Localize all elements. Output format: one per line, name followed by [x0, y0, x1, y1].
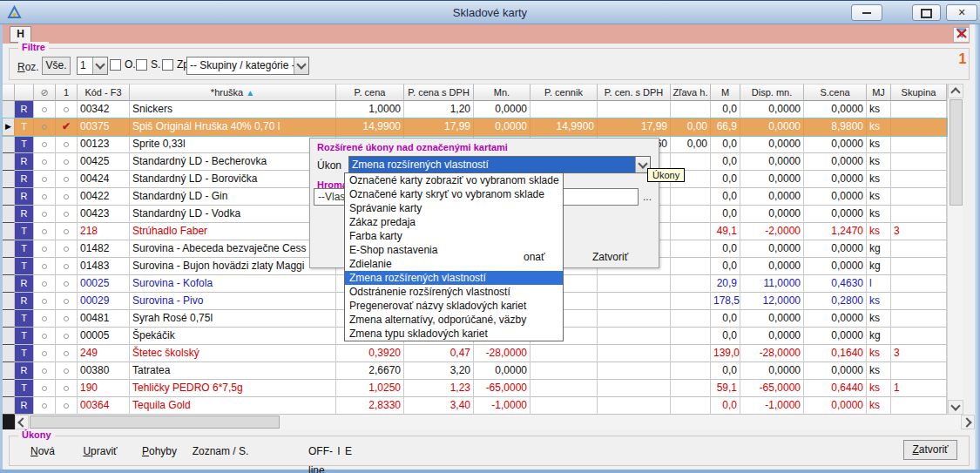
dropdown-item[interactable]: Označené karty skryť vo vybranom sklade [345, 187, 563, 201]
header-pcena[interactable]: P. cena [336, 84, 404, 101]
attachment-cell [34, 188, 56, 206]
action-button[interactable]: OFF-line [308, 442, 321, 461]
dropdown-item[interactable]: Zákaz predaja [345, 215, 563, 229]
dot-icon [64, 107, 69, 112]
cell-zlava [671, 328, 711, 345]
row-type-cell: T [15, 258, 34, 275]
checkbox-s[interactable]: S. [136, 58, 160, 71]
header-disp[interactable]: Disp. mn. [740, 84, 804, 101]
checkbox-zp-box[interactable] [162, 59, 173, 71]
table-row[interactable]: ▶ T ✔ 00375 Spiš Originál Hruška 40% 0,7… [3, 118, 947, 136]
header-flag[interactable]: 1 [56, 84, 78, 101]
cell-mj: ks [867, 153, 891, 171]
header-mn[interactable]: Mn. [474, 84, 531, 101]
header-type[interactable] [15, 84, 34, 101]
row-selector-cell: ▶ [3, 380, 15, 397]
cell-pcennik [531, 101, 598, 118]
table-row[interactable]: ▶ R ✔ 00364 Tequila Gold 2,8330 3,40 -1,… [3, 397, 947, 415]
cell-skupina [891, 188, 947, 206]
dot-icon [42, 264, 47, 269]
groups-select[interactable]: -- Skupiny / kategórie -- [186, 57, 309, 75]
scroll-down-button[interactable] [948, 400, 963, 415]
ukon-combobox[interactable]: Zmena rozšírených vlastností [348, 156, 651, 173]
header-pcena-dph[interactable]: P. cena s DPH [404, 84, 474, 101]
dropdown-item[interactable]: Zmena alternatívy, odporúčané, väzby [345, 313, 563, 327]
ukon-label: Úkon [317, 159, 341, 172]
dot-icon [64, 368, 69, 374]
header-m[interactable]: M [711, 84, 740, 101]
titlebar[interactable]: Skladové karty ✕ [0, 0, 980, 24]
row-type-cell: R [15, 101, 34, 118]
action-button[interactable]: Upraviť [71, 442, 129, 461]
scroll-left-button[interactable] [15, 415, 29, 429]
scroll-right-button[interactable] [961, 415, 975, 429]
cell-pcen-dph [598, 101, 671, 118]
flag-cell: ✔ [56, 153, 78, 171]
vertical-scrollbar-thumb[interactable] [950, 99, 963, 206]
row-selector-cell: ▶ [3, 101, 15, 118]
cell-scena: 0,0000 [804, 171, 867, 188]
header-name[interactable]: *hruška ▲ [130, 84, 336, 101]
action-button[interactable]: Pohyby [129, 442, 190, 461]
cell-pcen-dph [598, 293, 671, 310]
close-window-button[interactable]: Zatvoriť [903, 440, 957, 460]
scroll-up-button[interactable] [948, 84, 963, 98]
roz-link[interactable]: Roz. [17, 61, 39, 73]
dropdown-item[interactable]: Pregenerovať názvy skladových kariet [345, 299, 563, 313]
table-row[interactable]: ▶ R ✔ 00380 Tatratea 2,6670 3,20 0,0000 … [3, 362, 947, 380]
cell-skupina [891, 206, 947, 223]
close-button[interactable]: ✕ [946, 4, 977, 21]
dropdown-item[interactable]: Zmena rozšírených vlastností [345, 271, 563, 285]
h-button[interactable]: H [10, 26, 31, 43]
attachment-icon[interactable]: ⊘ [34, 84, 56, 101]
attachment-cell [34, 275, 56, 293]
action-button[interactable]: E [345, 442, 352, 461]
cancel-filter-button[interactable] [953, 27, 970, 43]
header-mj[interactable]: MJ [867, 84, 891, 101]
vse-button[interactable]: Vše. [42, 57, 71, 75]
cell-zlava [671, 223, 711, 240]
table-row[interactable]: ▶ T ✔ 190 Tehličky PEDRO 6*7,5g 1,0250 1… [3, 380, 947, 397]
dot-icon [64, 159, 69, 165]
minimize-button[interactable] [851, 4, 882, 21]
cell-disp: 0,0000 [740, 101, 804, 118]
groups-select-button[interactable] [294, 57, 308, 74]
action-button[interactable]: Zoznam / S. [190, 442, 251, 461]
cell-pcena: 1,0000 [336, 101, 404, 118]
browse-button[interactable]: ... [643, 191, 652, 203]
header-pcennik[interactable]: P. cennik [531, 84, 598, 101]
dropdown-item[interactable]: Odstránenie rozšírených vlastností [345, 285, 563, 299]
dialog-close-button[interactable]: Zatvoriť [592, 251, 628, 263]
maximize-button[interactable] [912, 4, 941, 21]
horizontal-scrollbar[interactable] [3, 415, 975, 429]
count-select[interactable]: 1 [77, 57, 108, 75]
vertical-scrollbar[interactable] [947, 84, 963, 415]
checkbox-o[interactable]: O. [110, 58, 136, 71]
action-button[interactable]: Nová [14, 442, 71, 461]
checkbox-o-box[interactable] [110, 59, 121, 71]
action-button[interactable]: I [333, 442, 345, 461]
dropdown-item[interactable]: Zmena typu skladových kariet [345, 327, 563, 341]
dropdown-item[interactable]: Označené karty zobraziť vo vybranom skla… [345, 173, 563, 187]
header-skupina[interactable]: Skupina [891, 84, 947, 101]
cell-mj: ks [867, 345, 891, 362]
count-select-button[interactable] [92, 57, 107, 74]
dot-icon [42, 229, 47, 234]
header-pcen-dph[interactable]: P. cen. s DPH [598, 84, 671, 101]
vykonat-button[interactable]: onať [524, 251, 545, 263]
dropdown-item[interactable]: Správanie karty [345, 201, 563, 215]
table-row[interactable]: ▶ R ✔ 00342 Snickers 1,0000 1,20 0,0000 … [3, 101, 947, 118]
header-zlava[interactable]: Zľava h. [671, 84, 711, 101]
header-scena[interactable]: S.cena [804, 84, 867, 101]
flag-cell: ✔ [56, 275, 78, 293]
flag-cell: ✔ [56, 240, 78, 258]
checkbox-s-box[interactable] [136, 59, 147, 71]
header-code[interactable]: Kód - F3 [78, 84, 130, 101]
dropdown-item[interactable]: Farba karty [345, 229, 563, 243]
cell-code: 00342 [78, 101, 130, 118]
cell-mn: -1,0000 [474, 397, 531, 415]
cell-m: 0,0 [711, 153, 740, 171]
horizontal-scrollbar-thumb[interactable] [30, 416, 280, 429]
table-row[interactable]: ▶ T ✔ 249 Štetec školský 0,3920 0,47 -28… [3, 345, 947, 362]
attachment-cell [34, 171, 56, 188]
